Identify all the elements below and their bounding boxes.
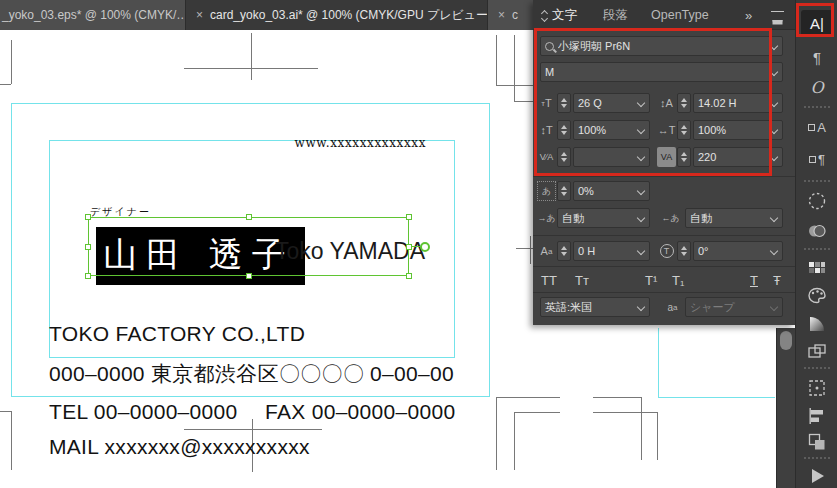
selection-handle-ml[interactable] [85, 244, 91, 250]
baseline-shift-stepper[interactable] [557, 241, 571, 261]
chevron-down-icon[interactable] [637, 187, 645, 195]
char-rotation-field[interactable]: 0° [693, 241, 783, 261]
trim-mark-bottom-right-v2 [514, 412, 515, 470]
artboards-panel-icon[interactable] [801, 339, 833, 365]
chevron-down-icon[interactable] [637, 303, 645, 311]
illustrator-window: www.xxxxxxxxxxxxx デザイナー 山田 透子 Toko YAMAD… [0, 0, 837, 488]
chevron-down-icon[interactable] [770, 247, 778, 255]
panel-divider [533, 292, 795, 293]
align-panel-icon[interactable] [801, 403, 833, 429]
document-tab-eps[interactable]: _yoko_03.eps* @ 100% (CMYK/… [0, 0, 186, 30]
trim-mark-top-center-h [184, 68, 318, 69]
selection-handle-br[interactable] [406, 273, 412, 279]
selection-handle-mr[interactable] [406, 244, 412, 250]
actions-panel-icon[interactable] [801, 463, 833, 488]
trim-mark-card2-v2 [657, 412, 658, 460]
panel-menu-icon[interactable] [771, 11, 784, 20]
tsume-field[interactable]: 0% [573, 181, 650, 201]
document-tab-active[interactable]: × card_yoko_03.ai* @ 100% (CMYK/GPU プレビュ… [186, 0, 488, 30]
trim-mark-top-right-v2 [514, 35, 515, 101]
tsume-stepper[interactable] [557, 181, 571, 201]
anti-alias-field: シャープ [685, 297, 783, 317]
collapse-panel-icon[interactable] [541, 9, 547, 22]
close-icon[interactable]: × [196, 9, 203, 21]
superscript-button[interactable]: T¹ [645, 270, 657, 290]
tab-opentype[interactable]: OpenType [651, 0, 709, 30]
tab-paragraph[interactable]: 段落 [603, 0, 628, 30]
char-rotation-stepper[interactable] [677, 241, 691, 261]
panel-divider [533, 176, 795, 177]
baseline-shift-field[interactable]: 0 H [573, 241, 650, 261]
dock-drag-handle[interactable] [804, 367, 830, 369]
trim-mark-top-right-v1 [496, 35, 497, 85]
chevron-down-icon [770, 303, 778, 311]
dock-drag-handle[interactable] [804, 180, 830, 182]
strikethrough-button[interactable]: Ŧ [773, 270, 781, 290]
trim-mark-top-left-h [0, 84, 11, 85]
document-tab-label: _yoko_03.eps* @ 100% (CMYK/… [2, 8, 186, 22]
transparency-panel-icon[interactable] [801, 218, 833, 244]
card2-guide-left [658, 328, 659, 397]
baseline-shift-icon: Aa [537, 241, 556, 261]
card-address[interactable]: 000–0000 東京都渋谷区〇〇〇〇 0–00–00 [49, 360, 454, 388]
dock-drag-handle[interactable] [804, 106, 830, 108]
tsume-icon: あ [537, 181, 556, 201]
aki-after-icon: ←あ [661, 208, 680, 228]
char-rotation-icon: T [657, 241, 676, 261]
close-icon[interactable]: × [498, 9, 505, 21]
dock-drag-handle[interactable] [804, 248, 830, 250]
panel-dock: A| ¶ O A ¶ [795, 0, 837, 488]
chevron-down-icon[interactable] [637, 247, 645, 255]
trim-mark-bottom-center-h [184, 429, 322, 430]
text-out-port-handle[interactable] [420, 242, 430, 252]
chevron-down-icon[interactable] [770, 214, 778, 222]
scrollbar-thumb[interactable] [780, 331, 792, 350]
card2-guide-bottom [658, 397, 775, 398]
trim-mark-top-right-h1 [496, 85, 537, 86]
small-caps-button[interactable]: Tᴛ [575, 270, 589, 290]
selection-handle-bc[interactable] [246, 273, 252, 279]
selection-handle-tr[interactable] [406, 214, 412, 220]
vertical-scrollbar[interactable] [776, 328, 795, 488]
card-mail[interactable]: MAIL xxxxxxx@xxxxxxxxxx [49, 435, 310, 459]
all-caps-button[interactable]: TT [541, 270, 557, 290]
trim-mark-card2-v1 [641, 397, 642, 460]
swatches-panel-icon[interactable] [801, 255, 833, 281]
card-url-text[interactable]: www.xxxxxxxxxxxxx [240, 136, 426, 150]
trim-mark-right-center-v [530, 236, 531, 264]
selection-handle-bl[interactable] [85, 273, 91, 279]
trim-mark-top-left-v [11, 40, 12, 84]
paragraph-styles-panel-icon[interactable]: ¶ [801, 146, 833, 172]
transform-panel-icon[interactable] [801, 375, 833, 401]
selection-bounding-box[interactable] [88, 217, 409, 276]
chevron-down-icon[interactable] [637, 214, 645, 222]
card-tel-fax[interactable]: TEL 00–0000–0000 FAX 00–0000–0000 [49, 398, 455, 426]
selection-handle-tc[interactable] [246, 214, 252, 220]
aki-after-field[interactable]: 自動 [685, 208, 783, 228]
language-field[interactable]: 英語:米国 [540, 297, 650, 317]
card-company[interactable]: TOKO FACTORY CO.,LTD [49, 322, 305, 346]
panel-divider [533, 235, 795, 236]
selection-dashed-circle-icon[interactable] [801, 188, 833, 214]
opentype-panel-icon[interactable]: O [801, 74, 833, 100]
gradient-panel-icon[interactable] [801, 311, 833, 337]
panel-header: 文字 段落 OpenType » [533, 0, 795, 30]
aki-before-icon: →あ [537, 208, 556, 228]
trim-mark-card2-h1 [593, 397, 642, 398]
document-tab-label: card_yoko_03.ai* @ 100% (CMYK/GPU プレビュー) [210, 7, 488, 24]
tab-character[interactable]: 文字 [541, 0, 577, 30]
dock-drag-handle[interactable] [804, 457, 830, 459]
panel-expand-icon[interactable]: » [745, 0, 752, 30]
paragraph-panel-icon[interactable]: ¶ [801, 44, 833, 70]
aki-before-field[interactable]: 自動 [557, 208, 650, 228]
selection-handle-tl[interactable] [85, 214, 91, 220]
anti-alias-icon: aa [663, 297, 682, 317]
trim-mark-bottom-left-h [0, 411, 11, 412]
annotation-highlight-character-icon [796, 3, 834, 37]
underline-button[interactable]: T [750, 270, 758, 290]
pathfinder-panel-icon[interactable] [801, 429, 833, 455]
color-panel-icon[interactable] [801, 283, 833, 309]
subscript-button[interactable]: T₁ [672, 270, 684, 290]
character-styles-panel-icon[interactable]: A [801, 114, 833, 140]
trim-mark-card2-h2 [593, 412, 657, 413]
